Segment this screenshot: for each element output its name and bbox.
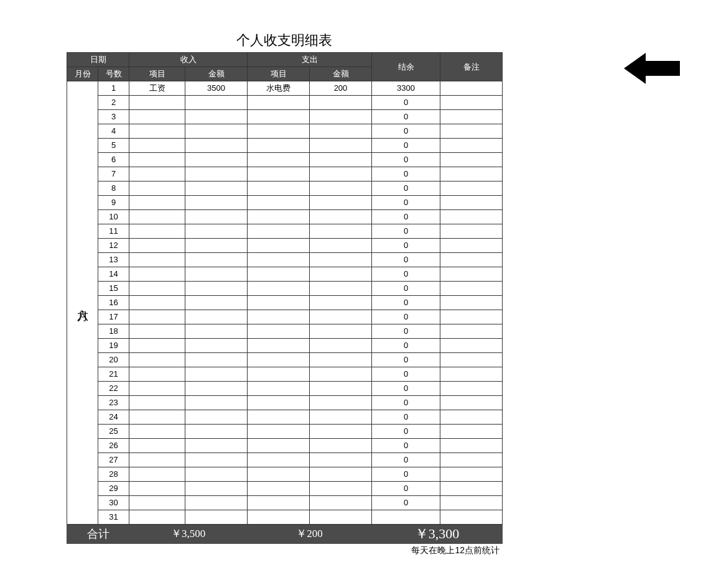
cell-balance[interactable]: 0 xyxy=(372,467,440,482)
cell-out-amount[interactable] xyxy=(310,96,372,110)
cell-out-item[interactable] xyxy=(248,453,310,467)
cell-in-item[interactable] xyxy=(129,410,185,425)
cell-out-amount[interactable] xyxy=(310,210,372,224)
cell-note[interactable] xyxy=(440,153,503,167)
cell-balance[interactable]: 0 xyxy=(372,139,440,153)
cell-out-amount[interactable] xyxy=(310,425,372,439)
cell-note[interactable] xyxy=(440,467,503,482)
cell-note[interactable] xyxy=(440,510,503,525)
cell-out-item[interactable] xyxy=(248,267,310,282)
cell-note[interactable] xyxy=(440,239,503,253)
cell-in-amount[interactable] xyxy=(185,382,248,396)
cell-in-item[interactable] xyxy=(129,382,185,396)
cell-in-item[interactable]: 工资 xyxy=(129,81,185,96)
cell-in-amount[interactable] xyxy=(185,410,248,425)
cell-note[interactable] xyxy=(440,96,503,110)
cell-out-amount[interactable] xyxy=(310,139,372,153)
cell-note[interactable] xyxy=(440,439,503,453)
cell-day[interactable]: 10 xyxy=(98,210,129,224)
cell-in-amount[interactable] xyxy=(185,453,248,467)
cell-out-item[interactable] xyxy=(248,124,310,139)
cell-in-item[interactable] xyxy=(129,239,185,253)
cell-day[interactable]: 31 xyxy=(98,510,129,525)
cell-balance[interactable]: 0 xyxy=(372,196,440,210)
cell-note[interactable] xyxy=(440,124,503,139)
cell-in-item[interactable] xyxy=(129,196,185,210)
cell-note[interactable] xyxy=(440,282,503,296)
cell-out-item[interactable] xyxy=(248,367,310,382)
cell-in-amount[interactable] xyxy=(185,339,248,353)
cell-balance[interactable]: 0 xyxy=(372,153,440,167)
cell-note[interactable] xyxy=(440,224,503,239)
cell-in-item[interactable] xyxy=(129,153,185,167)
cell-out-amount[interactable] xyxy=(310,339,372,353)
cell-out-item[interactable] xyxy=(248,410,310,425)
cell-in-amount[interactable] xyxy=(185,482,248,496)
cell-note[interactable] xyxy=(440,324,503,339)
cell-day[interactable]: 21 xyxy=(98,367,129,382)
cell-day[interactable]: 18 xyxy=(98,324,129,339)
cell-note[interactable] xyxy=(440,367,503,382)
cell-out-amount[interactable] xyxy=(310,510,372,525)
cell-note[interactable] xyxy=(440,310,503,324)
cell-out-item[interactable] xyxy=(248,210,310,224)
cell-out-amount[interactable] xyxy=(310,267,372,282)
cell-in-item[interactable] xyxy=(129,181,185,196)
cell-day[interactable]: 3 xyxy=(98,110,129,124)
cell-balance[interactable]: 0 xyxy=(372,124,440,139)
cell-out-amount[interactable]: 200 xyxy=(310,81,372,96)
cell-out-amount[interactable] xyxy=(310,224,372,239)
cell-out-amount[interactable] xyxy=(310,353,372,367)
cell-out-item[interactable] xyxy=(248,353,310,367)
cell-out-item[interactable] xyxy=(248,339,310,353)
cell-day[interactable]: 25 xyxy=(98,425,129,439)
cell-in-amount[interactable] xyxy=(185,510,248,525)
cell-balance[interactable]: 0 xyxy=(372,296,440,310)
cell-in-item[interactable] xyxy=(129,139,185,153)
cell-in-item[interactable] xyxy=(129,324,185,339)
cell-in-item[interactable] xyxy=(129,453,185,467)
cell-day[interactable]: 9 xyxy=(98,196,129,210)
cell-out-amount[interactable] xyxy=(310,196,372,210)
cell-balance[interactable]: 0 xyxy=(372,425,440,439)
cell-out-item[interactable] xyxy=(248,510,310,525)
cell-in-amount[interactable] xyxy=(185,196,248,210)
cell-in-amount[interactable] xyxy=(185,239,248,253)
cell-day[interactable]: 22 xyxy=(98,382,129,396)
cell-out-amount[interactable] xyxy=(310,239,372,253)
cell-out-item[interactable] xyxy=(248,181,310,196)
cell-in-amount[interactable] xyxy=(185,310,248,324)
cell-in-amount[interactable] xyxy=(185,124,248,139)
cell-out-amount[interactable] xyxy=(310,124,372,139)
cell-out-item[interactable] xyxy=(248,282,310,296)
cell-balance[interactable]: 0 xyxy=(372,439,440,453)
cell-day[interactable]: 30 xyxy=(98,496,129,510)
cell-balance[interactable]: 0 xyxy=(372,239,440,253)
cell-in-amount[interactable] xyxy=(185,167,248,181)
cell-out-item[interactable] xyxy=(248,396,310,410)
cell-balance[interactable]: 0 xyxy=(372,267,440,282)
cell-day[interactable]: 19 xyxy=(98,339,129,353)
cell-in-item[interactable] xyxy=(129,210,185,224)
cell-note[interactable] xyxy=(440,482,503,496)
cell-out-item[interactable] xyxy=(248,110,310,124)
cell-out-item[interactable] xyxy=(248,425,310,439)
cell-day[interactable]: 27 xyxy=(98,453,129,467)
cell-in-item[interactable] xyxy=(129,167,185,181)
cell-day[interactable]: 2 xyxy=(98,96,129,110)
cell-in-item[interactable] xyxy=(129,439,185,453)
cell-in-item[interactable] xyxy=(129,425,185,439)
cell-day[interactable]: 7 xyxy=(98,167,129,181)
cell-balance[interactable]: 0 xyxy=(372,382,440,396)
cell-balance[interactable]: 0 xyxy=(372,181,440,196)
cell-out-item[interactable] xyxy=(248,253,310,267)
cell-in-amount[interactable] xyxy=(185,353,248,367)
cell-in-item[interactable] xyxy=(129,467,185,482)
cell-note[interactable] xyxy=(440,167,503,181)
cell-balance[interactable]: 0 xyxy=(372,353,440,367)
cell-day[interactable]: 16 xyxy=(98,296,129,310)
cell-note[interactable] xyxy=(440,396,503,410)
cell-note[interactable] xyxy=(440,453,503,467)
cell-out-item[interactable] xyxy=(248,196,310,210)
cell-day[interactable]: 8 xyxy=(98,181,129,196)
